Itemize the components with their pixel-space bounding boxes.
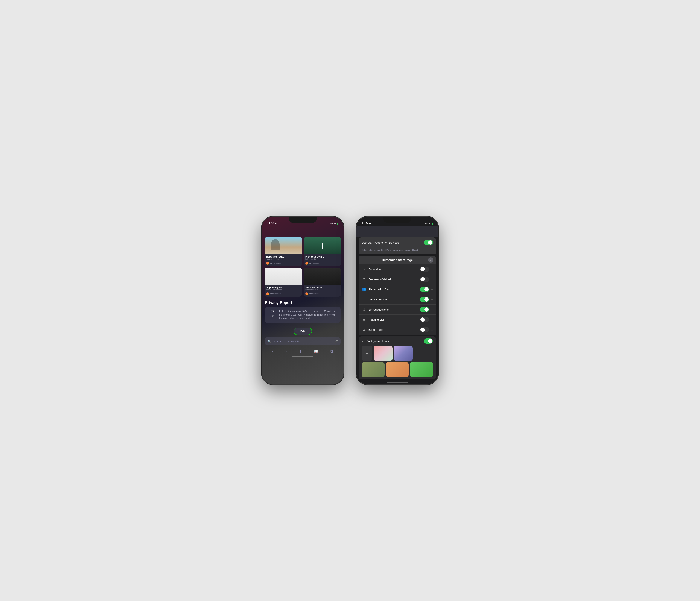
background-green[interactable] — [410, 362, 433, 377]
background-butterfly[interactable] — [374, 346, 393, 361]
avatar — [266, 292, 269, 295]
card-from-label: From Anna — [309, 262, 319, 264]
blur-overlay — [356, 226, 438, 237]
drag-handle[interactable]: ≡ — [431, 308, 433, 311]
share-button[interactable]: ⬆ — [299, 349, 302, 354]
background-image-row: 🖼 Background Image — [361, 339, 433, 344]
home-bar — [292, 356, 314, 357]
drag-handle[interactable]: ≡ — [431, 288, 433, 291]
background-thumbnails-row1: + — [361, 346, 433, 361]
back-button[interactable]: ‹ — [272, 349, 274, 354]
privacy-report-title: Privacy Report — [265, 300, 341, 305]
avatar — [305, 292, 308, 295]
card-domain: marksandspencer.... — [266, 289, 300, 291]
tracker-count: 53 — [270, 314, 274, 318]
home-indicator — [356, 379, 438, 384]
sync-note-container: Safari will sync your Start Page appeara… — [358, 248, 436, 254]
signal-icon: ≋ — [334, 222, 336, 225]
status-time: 11:34 ▶ — [361, 222, 371, 225]
card-from-label: From Anna — [309, 293, 319, 295]
home-bar — [386, 382, 408, 383]
status-icons: ▪▪▪ ≋ ▮ — [425, 222, 433, 225]
avatar — [266, 262, 269, 265]
shared-card[interactable]: Baby and Todd... sandsresort.co.uk From … — [265, 237, 302, 266]
add-icon: + — [366, 350, 369, 356]
card-title: Baby and Todd... — [266, 255, 300, 258]
card-from-label: From Anna — [270, 293, 280, 295]
icloud-tabs-row: ☁ iCloud Tabs ≡ — [358, 325, 436, 335]
search-bar[interactable]: 🔍 Search or enter website 🎤 — [265, 337, 341, 345]
card-domain: seraphine.com — [305, 289, 339, 291]
frequently-visited-label: Frequently Visited — [369, 278, 420, 281]
location-icon: ▶ — [369, 223, 371, 225]
battery-icon: ▮ — [337, 222, 339, 225]
phone-1: 11:34 ▶ ▪▪▪ ≋ ▮ Baby and Todd... sandsre… — [262, 217, 344, 384]
card-from-label: From Anna — [270, 262, 280, 264]
drag-handle[interactable]: ≡ — [431, 267, 433, 271]
shared-with-you-toggle[interactable] — [420, 287, 429, 292]
background-rhino[interactable] — [394, 346, 413, 361]
edit-button-container: Edit — [262, 325, 344, 337]
icloud-tabs-toggle[interactable] — [420, 327, 429, 332]
frequently-visited-row: ⊙ Frequently Visited ≡ — [358, 274, 436, 284]
edit-button[interactable]: Edit — [294, 328, 312, 335]
battery-icon: ▮ — [432, 222, 433, 225]
microphone-icon[interactable]: 🎤 — [334, 340, 338, 343]
shield-icon: 🛡 — [270, 310, 274, 314]
background-orange[interactable] — [386, 362, 409, 377]
privacy-description: In the last seven days, Safari has preve… — [279, 310, 338, 320]
sheet-title: Customise Start Page — [382, 258, 413, 262]
shared-card[interactable]: 3 in 1 Winter M... seraphine.com From An… — [304, 268, 341, 297]
search-bar-container: 🔍 Search or enter website 🎤 — [262, 337, 344, 347]
status-icons: ▪▪▪ ≋ ▮ — [330, 222, 339, 225]
privacy-report-section: Privacy Report 🛡 53 In the last seven da… — [262, 298, 344, 325]
card-image-dark — [304, 268, 341, 285]
siri-suggestions-toggle[interactable] — [420, 307, 429, 312]
shared-with-you-label: Shared with You — [369, 288, 420, 291]
background-image-label: Background Image — [366, 340, 424, 343]
drag-handle[interactable]: ≡ — [431, 298, 433, 301]
background-image-toggle[interactable] — [424, 339, 433, 344]
phone-2: 11:34 ▶ ▪▪▪ ≋ ▮ Use Start Page on All De… — [356, 217, 438, 384]
card-title: 3 in 1 Winter M... — [305, 286, 339, 289]
drag-handle[interactable]: ≡ — [431, 278, 433, 281]
privacy-report-toggle[interactable] — [420, 297, 429, 302]
sheet-header: Customise Start Page × — [358, 256, 436, 264]
search-icon: 🔍 — [268, 340, 271, 343]
forward-button[interactable]: › — [285, 349, 287, 354]
icloud-tabs-icon: ☁ — [361, 328, 366, 332]
bookmarks-button[interactable]: 📖 — [314, 349, 319, 354]
avatar — [305, 262, 308, 265]
privacy-report-label: Privacy Report — [369, 298, 420, 301]
favourites-row: ☆ Favourites ≡ — [358, 264, 436, 274]
privacy-report-icon: 🛡 — [361, 298, 366, 302]
privacy-report-card: 🛡 53 In the last seven days, Safari has … — [265, 307, 341, 323]
wifi-icon: ▪▪▪ — [425, 223, 427, 225]
privacy-report-row: 🛡 Privacy Report ≡ — [358, 294, 436, 305]
add-background-button[interactable]: + — [361, 346, 372, 361]
use-start-page-toggle[interactable] — [424, 240, 433, 245]
favourites-toggle[interactable] — [420, 267, 429, 272]
close-button[interactable]: × — [428, 257, 433, 262]
card-title: Pick Your Own... — [305, 255, 339, 258]
reading-list-toggle[interactable] — [420, 317, 429, 322]
frequently-visited-toggle[interactable] — [420, 277, 429, 282]
favourites-icon: ☆ — [361, 267, 366, 271]
shared-card[interactable]: Pick Your Own... balgoneestate.co.... Fr… — [304, 237, 341, 266]
card-image-green — [304, 237, 341, 254]
shared-with-you-row: 👥 Shared with You ≡ — [358, 284, 436, 294]
background-olive[interactable] — [361, 362, 384, 377]
card-title: Supremely Wa... — [266, 286, 300, 289]
shared-card[interactable]: Supremely Wa... marksandspencer.... From… — [265, 268, 302, 297]
shared-with-you-icon: 👥 — [361, 287, 366, 291]
reading-list-label: Reading List — [369, 318, 420, 321]
shared-cards-grid: Baby and Todd... sandsresort.co.uk From … — [262, 226, 344, 298]
drag-handle[interactable]: ≡ — [431, 328, 433, 332]
tabs-button[interactable]: ⧉ — [330, 349, 333, 354]
drag-handle[interactable]: ≡ — [431, 318, 433, 321]
signal-icon: ≋ — [429, 222, 430, 225]
siri-suggestions-label: Siri Suggestions — [369, 308, 420, 311]
sync-note: Safari will sync your Start Page appeara… — [361, 249, 433, 252]
reading-list-icon: ∞ — [361, 318, 366, 321]
wifi-icon: ▪▪▪ — [330, 223, 333, 225]
